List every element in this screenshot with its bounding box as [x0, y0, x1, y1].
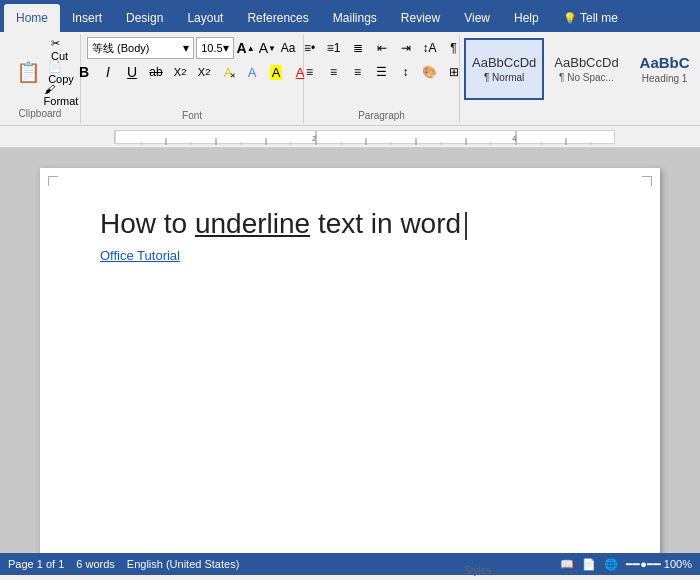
tab-references[interactable]: References	[235, 4, 320, 32]
ribbon: 📋 ✂ Cut 📄 Copy 🖌 Format Clipboard 等线 (Bo…	[0, 32, 700, 126]
clipboard-group: 📋 ✂ Cut 📄 Copy 🖌 Format Clipboard	[0, 34, 81, 123]
line-spacing-button[interactable]: ↕	[395, 61, 417, 83]
justify-button[interactable]: ☰	[371, 61, 393, 83]
font-size-selector[interactable]: 10.5 ▾	[196, 37, 233, 59]
style-heading1-label: Heading 1	[642, 73, 688, 84]
clipboard-label: Clipboard	[19, 106, 62, 119]
tab-mailings[interactable]: Mailings	[321, 4, 389, 32]
superscript-button[interactable]: X2	[193, 61, 215, 83]
cut-button[interactable]: ✂ Cut	[50, 38, 72, 60]
tab-view[interactable]: View	[452, 4, 502, 32]
zoom-slider[interactable]: ━━●━━ 100%	[626, 558, 692, 571]
tab-design[interactable]: Design	[114, 4, 175, 32]
print-layout-icon[interactable]: 📄	[582, 558, 596, 571]
strikethrough-button[interactable]: ab	[145, 61, 167, 83]
multilevel-list-button[interactable]: ≣	[347, 37, 369, 59]
word-count: 6 words	[76, 558, 115, 570]
document-page[interactable]: How to underline text in word Office Tut…	[40, 168, 660, 553]
sort-button[interactable]: ↕A	[419, 37, 441, 59]
ruler-inner: 2 4	[115, 130, 615, 144]
paragraph-group: ≡• ≡1 ≣ ⇤ ⇥ ↕A ¶ ≡ ≡ ≡ ☰ ↕ 🎨 ⊞ Paragraph	[304, 34, 460, 123]
increase-indent-button[interactable]: ⇥	[395, 37, 417, 59]
title-underline-word: underline	[195, 208, 310, 239]
tab-review[interactable]: Review	[389, 4, 452, 32]
corner-mark-tr	[642, 176, 652, 186]
clear-format-button[interactable]: A ✕	[217, 61, 239, 83]
styles-group: AaBbCcDd ¶ Normal AaBbCcDd ¶ No Spac... …	[460, 34, 700, 123]
font-dropdown-icon: ▾	[183, 41, 189, 55]
font-group: 等线 (Body) ▾ 10.5 ▾ A▲ A▼ Aa B I U ab X2 …	[81, 34, 304, 123]
shrink-font-button[interactable]: A▼	[258, 37, 277, 59]
status-bar: Page 1 of 1 6 words English (United Stat…	[0, 553, 700, 575]
style-no-space-preview: AaBbCcDd	[554, 55, 618, 70]
underline-button[interactable]: U	[121, 61, 143, 83]
highlight-button[interactable]: A	[265, 61, 287, 83]
text-effect-button[interactable]: A	[241, 61, 263, 83]
font-group-label: Font	[182, 108, 202, 121]
focus-mode-icon[interactable]: 📖	[560, 558, 574, 571]
style-normal-label: ¶ Normal	[484, 72, 524, 83]
status-bar-right: 📖 📄 🌐 ━━●━━ 100%	[560, 558, 692, 571]
title-part1: How to	[100, 208, 195, 239]
document-title: How to underline text in word	[100, 208, 600, 240]
italic-button[interactable]: I	[97, 61, 119, 83]
svg-text:2: 2	[312, 134, 317, 143]
language: English (United States)	[127, 558, 240, 570]
office-tutorial-link[interactable]: Office Tutorial	[100, 248, 600, 263]
ribbon-tabs: Home Insert Design Layout References Mai…	[0, 0, 700, 32]
paste-button[interactable]: 📋	[8, 52, 48, 92]
style-heading1[interactable]: AaBbC Heading 1	[629, 38, 700, 100]
font-name-selector[interactable]: 等线 (Body) ▾	[87, 37, 194, 59]
svg-text:4: 4	[512, 134, 517, 143]
format-painter-button[interactable]: 🖌 Format	[50, 84, 72, 106]
change-case-button[interactable]: Aa	[279, 37, 297, 59]
ruler: 2 4	[0, 126, 700, 148]
grow-font-button[interactable]: A▲	[236, 37, 256, 59]
copy-button[interactable]: 📄 Copy	[50, 61, 72, 83]
tab-layout[interactable]: Layout	[175, 4, 235, 32]
corner-mark-tl	[48, 176, 58, 186]
numbering-button[interactable]: ≡1	[323, 37, 345, 59]
web-layout-icon[interactable]: 🌐	[604, 558, 618, 571]
style-heading1-preview: AaBbC	[640, 54, 690, 71]
decrease-indent-button[interactable]: ⇤	[371, 37, 393, 59]
style-normal-preview: AaBbCcDd	[472, 55, 536, 70]
style-normal[interactable]: AaBbCcDd ¶ Normal	[464, 38, 544, 100]
tab-tell-me[interactable]: 💡 Tell me	[551, 4, 630, 32]
align-center-button[interactable]: ≡	[323, 61, 345, 83]
tab-insert[interactable]: Insert	[60, 4, 114, 32]
tab-help[interactable]: Help	[502, 4, 551, 32]
align-left-button[interactable]: ≡	[299, 61, 321, 83]
styles-group-label: Styles	[464, 563, 491, 576]
title-part2: text in word	[310, 208, 461, 239]
style-no-space-label: ¶ No Spac...	[559, 72, 614, 83]
size-dropdown-icon: ▾	[223, 41, 229, 55]
page-count: Page 1 of 1	[8, 558, 64, 570]
shading-button[interactable]: 🎨	[419, 61, 441, 83]
paragraph-group-label: Paragraph	[358, 108, 405, 121]
tab-home[interactable]: Home	[4, 4, 60, 32]
bold-button[interactable]: B	[73, 61, 95, 83]
style-no-space[interactable]: AaBbCcDd ¶ No Spac...	[546, 38, 626, 100]
document-area: How to underline text in word Office Tut…	[0, 148, 700, 553]
align-right-button[interactable]: ≡	[347, 61, 369, 83]
cursor-icon	[465, 212, 467, 240]
subscript-button[interactable]: X2	[169, 61, 191, 83]
bullets-button[interactable]: ≡•	[299, 37, 321, 59]
